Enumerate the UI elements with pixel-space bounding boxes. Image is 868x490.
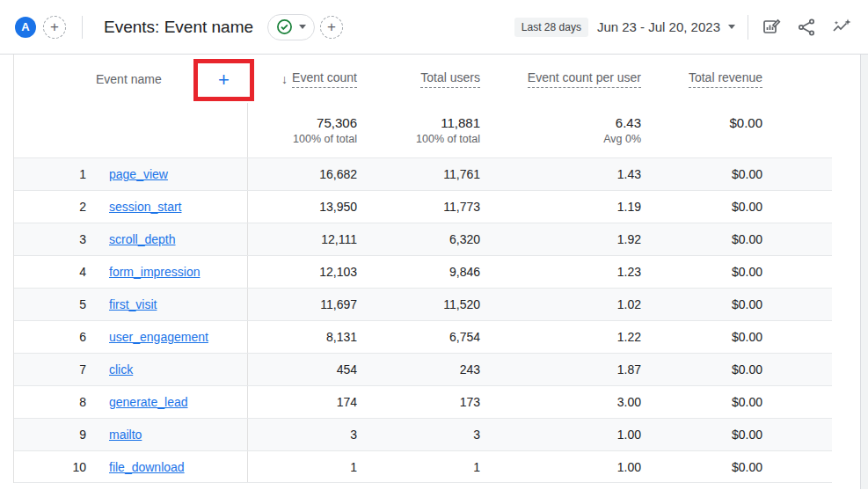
event-name-cell: 9 mailto (14, 419, 248, 450)
event-name-link[interactable]: scroll_depth (109, 232, 176, 246)
event-name-link[interactable]: first_visit (109, 297, 157, 311)
revenue-cell: $0.00 (641, 256, 762, 288)
divider (748, 15, 748, 40)
event-count-cell: 12,111 (248, 223, 357, 255)
event-name-cell: 1 page_view (14, 158, 248, 190)
table-row: 5 first_visit 11,697 11,520 1.02 $0.00 (14, 288, 832, 320)
event-name-link[interactable]: form_impression (109, 265, 200, 279)
event-count-cell: 8,131 (248, 321, 357, 353)
row-rank: 7 (54, 362, 86, 377)
sort-descending-icon: ↓ (281, 72, 288, 86)
event-name-link[interactable]: file_download (109, 460, 185, 474)
count-per-user-cell: 1.00 (480, 451, 641, 482)
event-name-cell: 8 generate_lead (14, 386, 248, 418)
count-per-user-cell: 1.02 (480, 289, 641, 320)
totals-revenue: $0.00 (641, 103, 762, 157)
add-property-button[interactable]: + (43, 16, 66, 39)
chevron-down-icon (299, 25, 306, 29)
total-users-cell: 9,846 (357, 256, 480, 288)
share-icon[interactable] (796, 17, 817, 38)
revenue-cell: $0.00 (641, 419, 762, 450)
event-name-link[interactable]: mailto (109, 428, 142, 442)
total-users-cell: 11,761 (357, 158, 480, 190)
count-per-user-cell: 1.00 (480, 419, 641, 450)
event-count-cell: 13,950 (248, 191, 357, 223)
column-header-total-revenue: Total revenue (641, 70, 762, 88)
totals-row: 75,306 100% of total 11,881 100% of tota… (14, 103, 832, 157)
event-name-link[interactable]: user_engagement (109, 330, 208, 344)
plus-icon: + (50, 18, 59, 36)
plus-icon: + (327, 18, 336, 36)
event-name-cell: 2 session_start (14, 191, 248, 223)
total-users-cell: 3 (357, 419, 480, 450)
vertical-scrollbar[interactable] (860, 55, 868, 489)
table-row: 4 form_impression 12,103 9,846 1.23 $0.0… (14, 255, 832, 288)
event-name-cell: 3 scroll_depth (14, 223, 248, 255)
table-row: 8 generate_lead 174 173 3.00 $0.00 (14, 385, 832, 418)
column-header-event-count-per-user: Event count per user (480, 70, 641, 88)
add-column-button[interactable]: + (218, 70, 230, 90)
check-circle-icon (276, 18, 293, 35)
events-table: Event name ↓ Event count Total users Eve… (13, 55, 832, 483)
count-per-user-cell: 1.23 (480, 256, 641, 288)
add-comparison-button[interactable]: + (320, 16, 343, 39)
event-count-cell: 1 (248, 451, 357, 482)
revenue-cell: $0.00 (641, 354, 762, 385)
total-users-cell: 6,320 (357, 223, 480, 255)
divider (82, 16, 83, 39)
row-rank: 3 (54, 232, 86, 246)
row-rank: 2 (54, 200, 86, 214)
app-bar: A + Events: Event name + Last 28 days Ju… (0, 0, 868, 55)
total-users-cell: 173 (357, 386, 480, 418)
revenue-cell: $0.00 (641, 321, 762, 353)
count-per-user-cell: 1.22 (480, 321, 641, 353)
event-name-link[interactable]: click (109, 362, 133, 377)
row-rank: 1 (54, 167, 86, 181)
red-highlight-box: + (193, 59, 254, 101)
event-name-cell: 10 file_download (14, 451, 248, 482)
table-row: 9 mailto 3 3 1.00 $0.00 (14, 418, 832, 450)
count-per-user-cell: 1.92 (480, 223, 641, 255)
revenue-cell: $0.00 (641, 223, 762, 255)
row-rank: 10 (54, 460, 86, 474)
event-name-cell: 6 user_engagement (14, 321, 248, 353)
total-users-cell: 243 (357, 354, 480, 385)
row-rank: 8 (54, 395, 86, 409)
total-users-cell: 11,773 (357, 191, 480, 223)
column-header-total-users: Total users (357, 70, 480, 88)
event-name-link[interactable]: session_start (109, 200, 181, 214)
event-count-cell: 11,697 (248, 289, 357, 320)
totals-event-count: 75,306 100% of total (248, 103, 357, 157)
column-header-event-count: ↓ Event count (248, 70, 357, 88)
avatar[interactable]: A (15, 17, 36, 38)
row-rank: 6 (54, 330, 86, 344)
event-name-cell: 4 form_impression (14, 256, 248, 288)
count-per-user-cell: 1.19 (480, 191, 641, 223)
row-rank: 9 (54, 428, 86, 442)
customize-report-icon[interactable] (761, 17, 782, 38)
report-status-dropdown[interactable] (267, 14, 315, 40)
revenue-cell: $0.00 (641, 191, 762, 223)
table-row: 1 page_view 16,682 11,761 1.43 $0.00 (14, 157, 832, 190)
event-count-cell: 174 (248, 386, 357, 418)
table-header-row: Event name ↓ Event count Total users Eve… (14, 55, 832, 103)
event-name-link[interactable]: page_view (109, 167, 168, 181)
total-users-cell: 1 (357, 451, 480, 482)
total-users-cell: 11,520 (357, 289, 480, 320)
revenue-cell: $0.00 (641, 386, 762, 418)
chevron-down-icon[interactable] (728, 25, 735, 29)
insights-icon[interactable] (831, 17, 852, 38)
table-row: 6 user_engagement 8,131 6,754 1.22 $0.00 (14, 320, 832, 353)
event-name-link[interactable]: generate_lead (109, 395, 188, 409)
app-bar-right: Last 28 days Jun 23 - Jul 20, 2023 (514, 15, 852, 40)
revenue-cell: $0.00 (641, 158, 762, 190)
count-per-user-cell: 1.43 (480, 158, 641, 190)
table-row: 7 click 454 243 1.87 $0.00 (14, 353, 832, 385)
row-rank: 4 (54, 265, 86, 279)
revenue-cell: $0.00 (641, 289, 762, 320)
table-row: 2 session_start 13,950 11,773 1.19 $0.00 (14, 190, 832, 223)
revenue-cell: $0.00 (641, 451, 762, 482)
event-count-cell: 454 (248, 354, 357, 385)
date-range-value[interactable]: Jun 23 - Jul 20, 2023 (597, 19, 720, 34)
date-range-badge: Last 28 days (514, 18, 588, 37)
